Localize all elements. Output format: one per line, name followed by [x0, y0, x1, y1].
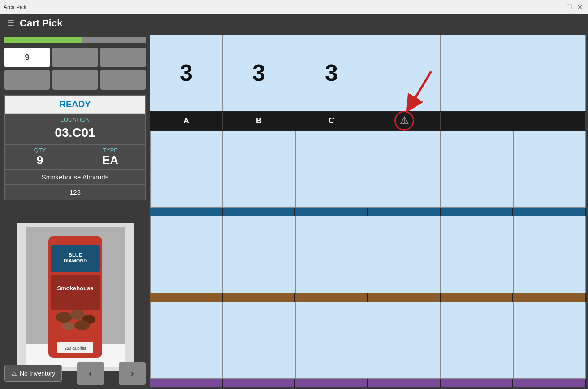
cell-2-3 — [368, 216, 441, 293]
cell-3-1 — [223, 302, 295, 379]
num-cell-5 — [513, 35, 586, 111]
warning-icon: ⚠ — [11, 370, 17, 377]
cell-3-3 — [368, 302, 441, 379]
purple-div-5 — [513, 379, 586, 387]
type-label: TYPE — [75, 147, 145, 153]
blue-div-3 — [368, 208, 441, 216]
title-bar-left: Arca Pick — [4, 4, 26, 10]
blue-div-0 — [150, 208, 223, 216]
cell-1-2 — [295, 131, 368, 208]
product-name: Smokehouse Almonds — [5, 170, 145, 185]
brown-div-3 — [368, 293, 441, 302]
grid-btn-r2c2[interactable] — [52, 70, 98, 90]
blue-div-4 — [441, 208, 513, 216]
info-card: READY LOCATION 03.C01 QTY 9 TYPE EA Smok… — [4, 95, 146, 200]
app-title: Arca Pick — [4, 4, 26, 10]
purple-div-1 — [223, 379, 295, 387]
product-svg: BLUE DIAMOND Smokehouse 260 calories — [26, 227, 125, 367]
purple-div-4 — [441, 379, 513, 387]
qty-type-row: QTY 9 TYPE EA — [5, 145, 145, 170]
close-button[interactable]: ✕ — [575, 3, 584, 12]
num-cell-0: 3 — [150, 35, 223, 111]
next-button[interactable]: › — [119, 362, 146, 385]
blue-div-1 — [223, 208, 295, 216]
brown-div-5 — [513, 293, 586, 302]
cell-2-4 — [441, 216, 513, 293]
label-B: B — [223, 112, 295, 130]
label-row: A B C ⚠ — [150, 112, 586, 131]
cell-3-5 — [513, 302, 586, 379]
title-bar-controls: — ☐ ✕ — [554, 3, 584, 12]
label-A: A — [150, 112, 223, 130]
label-col4 — [441, 112, 513, 130]
blue-div-2 — [295, 208, 368, 216]
no-inventory-label: No Inventory — [20, 370, 55, 377]
menu-icon[interactable]: ☰ — [7, 18, 14, 28]
shelf-grid-container: 3 3 3 A B C ⚠ — [150, 35, 586, 387]
label-warning: ⚠ — [368, 112, 441, 130]
status-badge: READY — [5, 96, 145, 114]
brown-div-4 — [441, 293, 513, 302]
right-panel: 3 3 3 A B C ⚠ — [150, 32, 588, 389]
type-section: TYPE EA — [75, 145, 145, 169]
num-cell-3 — [368, 35, 441, 111]
grid-btn-r2c1[interactable] — [4, 70, 50, 90]
num-cell-2: 3 — [295, 35, 368, 111]
svg-rect-6 — [51, 275, 100, 310]
cell-1-1 — [223, 131, 295, 208]
button-grid: 9 — [4, 48, 146, 90]
svg-point-11 — [62, 322, 75, 330]
grid-btn-9[interactable]: 9 — [4, 48, 50, 67]
svg-point-12 — [74, 320, 90, 330]
svg-text:260 calories: 260 calories — [64, 346, 86, 350]
num-cell-4 — [441, 35, 513, 111]
no-inventory-button[interactable]: ⚠ No Inventory — [4, 365, 62, 382]
number-row: 3 3 3 — [150, 35, 586, 112]
purple-divider — [150, 379, 586, 387]
purple-div-2 — [295, 379, 368, 387]
label-C: C — [295, 112, 368, 130]
cell-3-4 — [441, 302, 513, 379]
grid-btn-r1c3[interactable] — [100, 48, 146, 67]
blue-div-5 — [513, 208, 586, 216]
bottom-controls: ⚠ No Inventory ‹ › — [0, 358, 150, 389]
cell-1-3 — [368, 131, 441, 208]
minimize-button[interactable]: — — [554, 3, 563, 12]
blue-divider — [150, 208, 586, 216]
grid-btn-r2c3[interactable] — [100, 70, 146, 90]
location-label: LOCATION — [5, 114, 145, 124]
content-row-2 — [150, 216, 586, 293]
cell-1-0 — [150, 131, 223, 208]
warning-circle: ⚠ — [394, 111, 414, 131]
cell-1-4 — [441, 131, 513, 208]
main-content: 9 READY LOCATION 03.C01 QTY 9 TYPE EA — [0, 32, 588, 389]
qty-label: QTY — [5, 147, 75, 153]
brown-divider — [150, 293, 586, 302]
qty-section: QTY 9 — [5, 145, 75, 169]
grid-btn-r1c2[interactable] — [52, 48, 98, 67]
type-value: EA — [75, 153, 145, 167]
maximize-button[interactable]: ☐ — [565, 3, 574, 12]
cell-2-0 — [150, 216, 223, 293]
purple-div-0 — [150, 379, 223, 387]
brown-div-0 — [150, 293, 223, 302]
content-row-1 — [150, 131, 586, 208]
num-cell-1: 3 — [223, 35, 295, 111]
location-value: 03.C01 — [5, 124, 145, 145]
svg-text:DIAMOND: DIAMOND — [63, 258, 87, 263]
svg-text:Smokehouse: Smokehouse — [57, 285, 93, 292]
cell-2-2 — [295, 216, 368, 293]
product-image: BLUE DIAMOND Smokehouse 260 calories — [17, 223, 134, 371]
prev-button[interactable]: ‹ — [77, 362, 104, 385]
cell-1-5 — [513, 131, 586, 208]
product-code: 123 — [5, 185, 145, 200]
cell-3-0 — [150, 302, 223, 379]
svg-point-8 — [56, 312, 72, 323]
qty-value: 9 — [5, 153, 75, 167]
title-bar: Arca Pick — ☐ ✕ — [0, 0, 588, 14]
left-panel: 9 READY LOCATION 03.C01 QTY 9 TYPE EA — [0, 32, 150, 389]
cell-2-5 — [513, 216, 586, 293]
content-row-3 — [150, 302, 586, 379]
svg-text:BLUE: BLUE — [69, 252, 82, 258]
cell-3-2 — [295, 302, 368, 379]
